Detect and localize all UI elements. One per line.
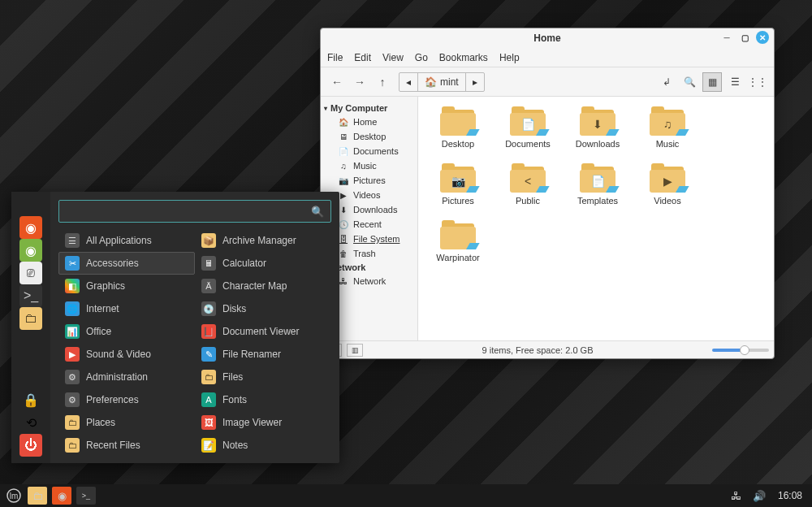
app-document-viewer[interactable]: 📕Document Viewer	[195, 320, 331, 343]
menu-go[interactable]: Go	[415, 52, 428, 63]
app-calculator[interactable]: 🖩Calculator	[195, 252, 331, 275]
folder-icon: 📄	[580, 163, 615, 193]
category-icon: 🗀	[65, 438, 80, 453]
menu-bookmarks[interactable]: Bookmarks	[439, 52, 488, 63]
zoom-slider[interactable]	[712, 349, 769, 352]
start-button[interactable]: lm	[5, 487, 23, 505]
clock[interactable]: 16:08	[773, 490, 807, 501]
category-administration[interactable]: ⚙Administration	[58, 366, 195, 388]
sidebar-section-computer[interactable]: My Computer	[321, 102, 417, 115]
search-button[interactable]: 🔍	[680, 72, 699, 92]
fav-files[interactable]: 🗀	[19, 307, 42, 330]
home-icon: 🏠	[339, 117, 348, 127]
category-places[interactable]: 🗀Places	[58, 411, 195, 434]
folder-label: Documents	[505, 139, 551, 149]
network-icon: 🖧	[339, 276, 348, 286]
up-button[interactable]: ↑	[373, 72, 392, 92]
minimize-button[interactable]: ─	[720, 31, 733, 44]
back-button[interactable]: ←	[327, 72, 347, 92]
toggle-location-button[interactable]: ↲	[657, 72, 676, 92]
category-icon: 📊	[65, 324, 80, 339]
fav-power[interactable]: ⏻	[19, 434, 42, 457]
path-prev[interactable]: ◂	[400, 73, 418, 91]
file system-icon: 🗄	[339, 234, 348, 244]
list-view-button[interactable]: ☰	[725, 72, 745, 92]
sidebar-item-pictures[interactable]: 📷Pictures	[321, 173, 417, 188]
app-disks[interactable]: 💿Disks	[195, 297, 331, 320]
category-sound-video[interactable]: ▶Sound & Video	[58, 343, 195, 366]
fav-terminal[interactable]: >_	[19, 284, 42, 307]
taskbar-files[interactable]: 🗀	[28, 487, 47, 505]
category-preferences[interactable]: ⚙Preferences	[58, 388, 195, 411]
category-all-applications[interactable]: ☰All Applications	[58, 229, 195, 252]
app-character-map[interactable]: ÄCharacter Map	[195, 275, 331, 297]
videos-icon: ▶	[339, 190, 348, 200]
folder-music[interactable]: ♫ Music	[634, 106, 701, 149]
folder-label: Music	[656, 139, 680, 149]
network-icon[interactable]: 🖧	[728, 487, 745, 505]
category-recent-files[interactable]: 🗀Recent Files	[58, 434, 195, 457]
folder-label: Videos	[654, 196, 680, 206]
treeview-toggle-button[interactable]: ▥	[347, 344, 363, 357]
compact-view-button[interactable]: ⋮⋮	[748, 72, 767, 92]
fav-logout[interactable]: ⟲	[19, 411, 42, 434]
menu-view[interactable]: View	[382, 52, 404, 63]
menu-help[interactable]: Help	[499, 52, 520, 63]
taskbar-terminal[interactable]: >_	[76, 487, 96, 505]
app-icon: 💿	[201, 301, 216, 316]
taskbar-firefox[interactable]: ◉	[52, 487, 71, 505]
icon-view-button[interactable]: ▦	[702, 72, 722, 92]
close-button[interactable]: ✕	[756, 31, 769, 44]
menu-search[interactable]: 🔍	[58, 200, 331, 223]
folder-templates[interactable]: 📄 Templates	[564, 163, 631, 206]
folder-pictures[interactable]: 📷 Pictures	[425, 163, 491, 206]
sidebar-item-home[interactable]: 🏠Home	[321, 115, 417, 129]
fav-firefox[interactable]: ◉	[19, 216, 42, 239]
folder-icon	[440, 220, 476, 249]
fav-apps[interactable]: ◉	[19, 239, 42, 262]
folder-videos[interactable]: ▶ Videos	[634, 163, 701, 206]
category-internet[interactable]: 🌐Internet	[58, 297, 195, 320]
sidebar-item-documents[interactable]: 📄Documents	[321, 144, 417, 158]
folder-desktop[interactable]: Desktop	[425, 106, 491, 149]
maximize-button[interactable]: ▢	[738, 31, 751, 44]
folder-documents[interactable]: 📄 Documents	[495, 106, 561, 149]
app-icon: Ä	[201, 279, 216, 293]
sidebar-item-music[interactable]: ♫Music	[321, 158, 417, 173]
toolbar: ← → ↑ ◂ 🏠 mint ▸ ↲ 🔍 ▦ ☰ ⋮⋮	[321, 67, 774, 97]
category-icon: ⚙	[65, 370, 80, 384]
window-title: Home	[533, 32, 560, 44]
category-icon: ☰	[65, 233, 80, 248]
category-office[interactable]: 📊Office	[58, 320, 195, 343]
window-titlebar[interactable]: Home ─ ▢ ✕	[321, 28, 774, 48]
search-icon: 🔍	[311, 206, 324, 218]
volume-icon[interactable]: 🔊	[750, 487, 768, 505]
folder-label: Downloads	[576, 139, 620, 149]
category-graphics[interactable]: ◧Graphics	[58, 275, 195, 297]
app-fonts[interactable]: AFonts	[195, 388, 331, 411]
path-next[interactable]: ▸	[466, 73, 484, 91]
folder-label: Templates	[577, 196, 618, 206]
app-icon: 🖩	[201, 256, 216, 271]
path-label: mint	[440, 76, 459, 88]
fav-software[interactable]: ⎚	[19, 262, 42, 284]
folder-warpinator[interactable]: Warpinator	[425, 220, 491, 262]
folder-icon: ⬇	[580, 106, 615, 136]
app-archive-manager[interactable]: 📦Archive Manager	[195, 229, 331, 252]
menu-file[interactable]: File	[327, 52, 343, 63]
search-input[interactable]	[66, 206, 311, 217]
app-image-viewer[interactable]: 🖼Image Viewer	[195, 411, 331, 434]
app-notes[interactable]: 📝Notes	[195, 434, 331, 457]
fav-lock[interactable]: 🔒	[19, 388, 42, 411]
forward-button[interactable]: →	[350, 72, 369, 92]
folder-public[interactable]: < Public	[495, 163, 561, 206]
menu-edit[interactable]: Edit	[354, 52, 371, 63]
category-icon: 🌐	[65, 301, 80, 316]
category-accessories[interactable]: ✂Accessories	[58, 252, 195, 275]
app-onboard[interactable]: ⌨Onboard	[195, 457, 331, 458]
path-segment-home[interactable]: 🏠 mint	[418, 73, 466, 91]
folder-downloads[interactable]: ⬇ Downloads	[564, 106, 631, 149]
sidebar-item-desktop[interactable]: 🖥Desktop	[321, 129, 417, 144]
app-file-renamer[interactable]: ✎File Renamer	[195, 343, 331, 366]
app-files[interactable]: 🗀Files	[195, 366, 331, 388]
